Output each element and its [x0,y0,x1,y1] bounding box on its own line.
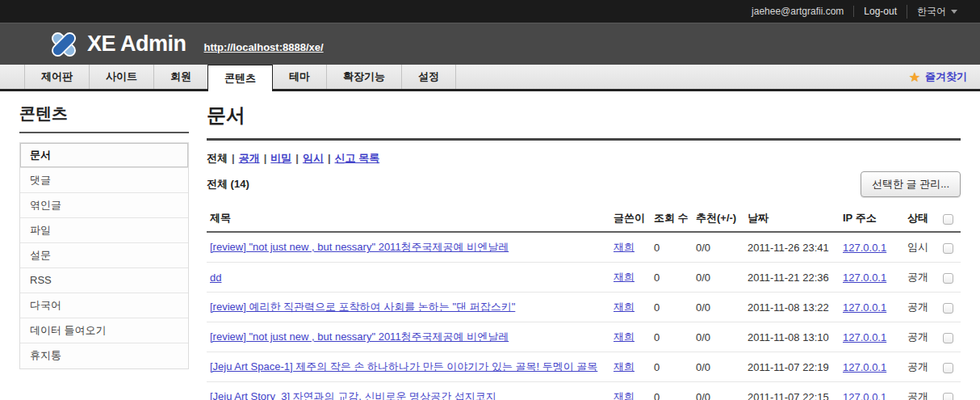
col-date: 날짜 [744,205,840,232]
sidebar-item[interactable]: 댓글 [20,168,188,193]
ip-address-link[interactable]: 127.0.0.1 [843,301,886,314]
nav-tab[interactable]: 확장기능 [327,65,402,89]
col-author: 글쓴이 [610,205,651,232]
filter-link[interactable]: 전체 [207,152,228,164]
document-table: 제목 글쓴이 조회 수 추천(+/-) 날짜 IP 주소 상태 [review]… [207,205,961,400]
row-checkbox[interactable] [943,273,953,284]
nav-tab[interactable]: 제어판 [24,65,90,89]
filter-separator: | [232,152,235,164]
author-link[interactable]: 재희 [614,331,634,343]
language-label: 한국어 [917,5,946,19]
date-value: 2011-11-07 22:15 [744,382,840,400]
vote-count: 0/0 [693,322,744,352]
sidebar-item[interactable]: 데이터 들여오기 [20,318,188,343]
ip-address-link[interactable]: 127.0.0.1 [843,242,886,254]
author-link[interactable]: 재희 [614,390,634,400]
nav-tab[interactable]: 테마 [273,65,327,89]
app-title: XE Admin [87,32,186,57]
filter-link[interactable]: 신고 목록 [335,152,380,164]
col-title: 제목 [207,205,610,232]
logout-link[interactable]: Log-out [864,6,897,17]
status-value: 임시 [904,232,940,263]
col-status: 상태 [904,205,940,232]
ip-address-link[interactable]: 127.0.0.1 [843,331,886,343]
xe-logo-icon [48,29,79,60]
row-checkbox[interactable] [943,243,953,254]
col-ip: IP 주소 [840,205,904,232]
sidebar-menu: 문서댓글엮인글파일설문RSS다국어데이터 들여오기휴지통 [19,142,189,369]
col-views: 조회 수 [651,205,693,232]
author-link[interactable]: 재희 [614,271,634,283]
table-row: [Jeju Art Space-1] 제주의 작은 손 하나하나가 만든 이야기… [207,352,961,382]
document-title-link[interactable]: dd [210,272,221,284]
table-row: [review] "not just new , but nessary" 20… [207,322,961,352]
view-count: 0 [651,352,693,382]
date-value: 2011-11-07 22:19 [744,352,840,382]
filter-link[interactable]: 공개 [239,152,260,164]
site-url-link[interactable]: http://localhost:8888/xe/ [204,41,324,53]
document-title-link[interactable]: [review] "not just new , but nessary" 20… [210,241,509,253]
document-title-link[interactable]: [review] "not just new , but nessary" 20… [210,331,509,343]
filter-link[interactable]: 비밀 [270,152,291,164]
manage-selected-button[interactable]: 선택한 글 관리... [861,171,961,197]
document-title-link[interactable]: [Jeju Art Space-1] 제주의 작은 손 하나하나가 만든 이야기… [210,360,597,373]
sidebar-item[interactable]: 설문 [20,243,188,268]
favorites-link[interactable]: 즐겨찾기 [925,69,967,84]
view-count: 0 [651,382,693,400]
nav-tab[interactable]: 회원 [154,65,208,89]
nav-tab[interactable]: 콘텐츠 [207,65,273,91]
main-nav: 제어판사이트회원콘텐츠테마확장기능설정 ★ 즐겨찾기 [0,65,980,91]
sidebar-item[interactable]: 다국어 [20,293,188,318]
chevron-down-icon [951,10,957,14]
filter-separator: | [295,152,299,164]
vote-count: 0/0 [693,263,744,293]
user-email: jaehee@artgrafii.com [752,6,844,17]
row-checkbox[interactable] [943,333,953,343]
date-value: 2011-11-26 23:41 [744,232,840,263]
table-row: [review] 예리한 직관력으로 포착하여 사회를 논하는 "댄 퍼잡스키"… [207,293,961,322]
author-link[interactable]: 재희 [614,241,634,253]
row-checkbox[interactable] [943,303,953,314]
main-panel: 문서 전체|공개|비밀|임시|신고 목록 전체 (14) 선택한 글 관리...… [207,103,961,400]
status-value: 공개 [904,352,940,382]
view-count: 0 [651,293,693,322]
sidebar-item[interactable]: 휴지통 [20,343,188,368]
vote-count: 0/0 [693,382,744,400]
table-header-row: 제목 글쓴이 조회 수 추천(+/-) 날짜 IP 주소 상태 [207,205,961,232]
ip-address-link[interactable]: 127.0.0.1 [843,391,886,400]
table-row: [Jeju Art Story_3] 자연과의 교감, 신비로운 명상공간 섭지… [207,382,961,400]
sidebar-item[interactable]: 엮인글 [20,193,188,218]
filter-separator: | [328,152,331,164]
author-link[interactable]: 재희 [614,360,634,373]
page-title: 문서 [207,103,961,141]
document-title-link[interactable]: [review] 예리한 직관력으로 포착하여 사회를 논하는 "댄 퍼잡스키" [210,301,515,313]
date-value: 2011-11-21 22:36 [744,263,840,293]
sidebar-item[interactable]: 문서 [20,143,188,168]
document-title-link[interactable]: [Jeju Art Story_3] 자연과의 교감, 신비로운 명상공간 섭지… [210,390,496,400]
sidebar-item[interactable]: 파일 [20,218,188,243]
ip-address-link[interactable]: 127.0.0.1 [843,272,886,284]
nav-tab[interactable]: 사이트 [90,65,154,89]
vote-count: 0/0 [693,232,744,263]
sidebar-item[interactable]: RSS [20,268,188,293]
status-value: 공개 [904,322,940,352]
vote-count: 0/0 [693,293,744,322]
date-value: 2011-11-08 13:22 [744,293,840,322]
author-link[interactable]: 재희 [614,301,634,313]
filter-links: 전체|공개|비밀|임시|신고 목록 [207,151,961,166]
col-votes: 추천(+/-) [693,205,744,232]
filter-link[interactable]: 임시 [303,152,324,164]
sidebar: 콘텐츠 문서댓글엮인글파일설문RSS다국어데이터 들여오기휴지통 [19,103,189,400]
ip-address-link[interactable]: 127.0.0.1 [843,361,886,373]
app-header: XE Admin http://localhost:8888/xe/ [0,23,980,65]
row-checkbox[interactable] [943,363,953,373]
date-value: 2011-11-08 13:10 [744,322,840,352]
table-row: [review] "not just new , but nessary" 20… [207,232,961,263]
row-checkbox[interactable] [943,393,953,400]
view-count: 0 [651,322,693,352]
nav-tab[interactable]: 설정 [402,65,456,89]
select-all-checkbox[interactable] [943,214,953,225]
star-icon: ★ [909,69,920,85]
language-selector[interactable]: 한국어 [907,5,967,19]
filter-separator: | [264,152,267,164]
